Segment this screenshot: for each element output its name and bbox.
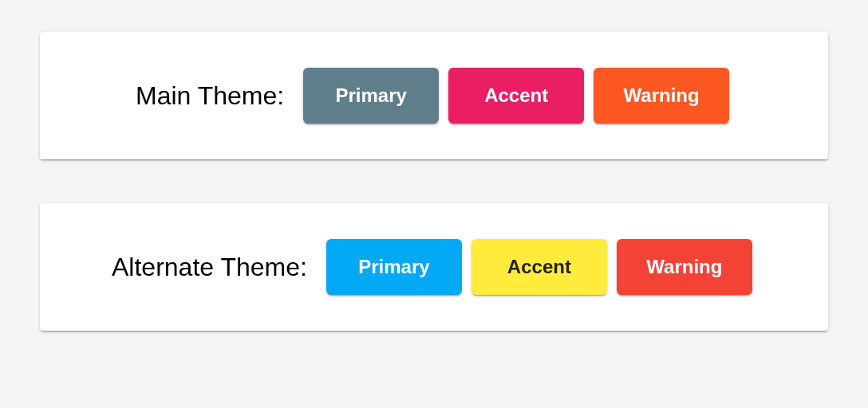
accent-button[interactable]: Accent	[448, 68, 584, 124]
main-theme-card: Main Theme: Primary Accent Warning	[40, 32, 828, 159]
alternate-theme-card: Alternate Theme: Primary Accent Warning	[40, 203, 828, 331]
primary-button[interactable]: Primary	[303, 68, 439, 124]
warning-button[interactable]: Warning	[594, 68, 729, 124]
primary-button[interactable]: Primary	[326, 239, 462, 295]
warning-button[interactable]: Warning	[617, 239, 752, 295]
accent-button[interactable]: Accent	[471, 239, 607, 295]
main-theme-label: Main Theme:	[136, 81, 284, 111]
alternate-theme-label: Alternate Theme:	[112, 253, 307, 282]
